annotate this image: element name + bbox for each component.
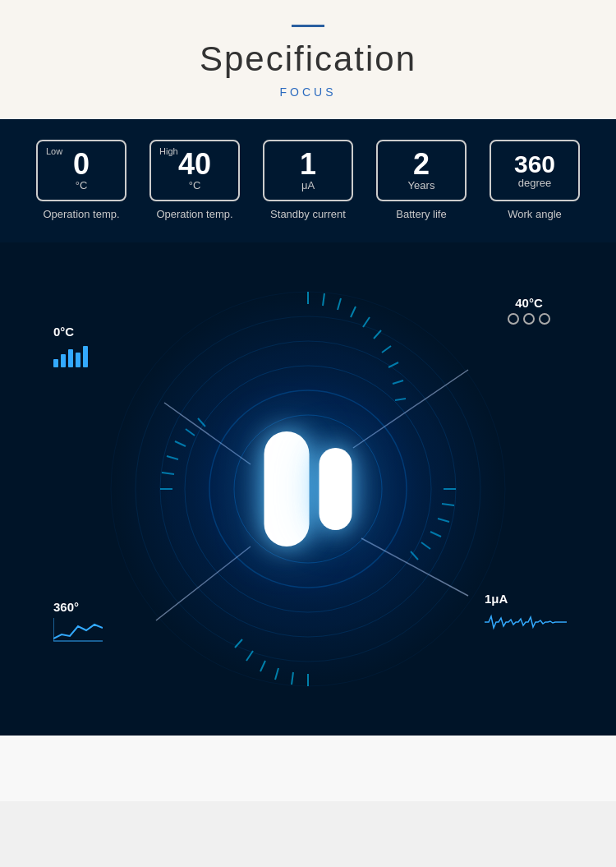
svg-line-21 xyxy=(411,551,418,560)
device-image xyxy=(264,431,352,546)
annotation-40c: 40°C xyxy=(508,296,550,325)
bar-1 xyxy=(53,359,58,367)
circle-2 xyxy=(523,313,535,325)
svg-line-29 xyxy=(292,672,293,685)
spec-desc-2: Standby current xyxy=(270,208,346,220)
svg-line-37 xyxy=(361,538,468,596)
svg-line-30 xyxy=(275,668,278,680)
annotation-1ua: 1μA xyxy=(485,592,567,637)
svg-line-32 xyxy=(246,651,253,661)
bottom-section xyxy=(0,736,616,801)
spec-desc-3: Battery life xyxy=(396,208,446,220)
spec-box-angle: 360 degree xyxy=(490,140,580,201)
annotation-40c-label: 40°C xyxy=(508,296,550,310)
spec-value-3: 2 xyxy=(413,150,430,179)
svg-line-19 xyxy=(430,532,441,537)
spec-unit-4: degree xyxy=(518,177,551,189)
svg-line-25 xyxy=(175,441,186,446)
svg-line-18 xyxy=(438,519,449,522)
spec-value-0: 0 xyxy=(73,150,90,179)
svg-line-36 xyxy=(156,546,251,620)
spec-desc-0: Operation temp. xyxy=(43,208,119,220)
spec-unit-3: Years xyxy=(408,179,435,191)
spec-box-battery: 2 Years xyxy=(376,140,467,201)
spec-desc-4: Work angle xyxy=(508,208,562,220)
wave-chart-icon xyxy=(485,610,567,634)
spec-value-2: 1 xyxy=(300,150,316,179)
annotation-0c: 0°C xyxy=(53,325,88,367)
svg-line-9 xyxy=(351,307,356,317)
svg-line-33 xyxy=(235,639,242,648)
spec-label-top-1: High xyxy=(159,146,178,156)
circle-3 xyxy=(539,313,550,325)
svg-line-27 xyxy=(198,418,205,427)
svg-line-20 xyxy=(421,542,430,549)
specs-row: Low 0 °C Operation temp. High 40 °C Oper… xyxy=(25,140,591,220)
page-subtitle: Focus xyxy=(16,85,600,99)
svg-line-15 xyxy=(395,399,406,400)
spec-item-standby: 1 μA Standby current xyxy=(263,140,353,220)
spec-desc-1: Operation temp. xyxy=(156,208,232,220)
specs-bar: Low 0 °C Operation temp. High 40 °C Oper… xyxy=(0,119,616,242)
line-chart-icon xyxy=(53,618,103,643)
spec-item-angle: 360 degree Work angle xyxy=(490,140,580,220)
bar-3 xyxy=(68,349,73,367)
circles-indicator xyxy=(508,313,550,325)
pill-large xyxy=(264,431,310,546)
svg-line-17 xyxy=(442,504,454,505)
spec-label-top-0: Low xyxy=(46,146,62,156)
main-visualization: 0°C 40°C 360° 1μA xyxy=(0,242,616,736)
annotation-1ua-label: 1μA xyxy=(485,592,567,606)
spec-item-low-temp: Low 0 °C Operation temp. xyxy=(36,140,126,220)
svg-line-13 xyxy=(388,362,398,367)
spec-item-battery: 2 Years Battery life xyxy=(376,140,467,220)
spec-value-4: 360 xyxy=(514,152,555,177)
svg-line-23 xyxy=(162,473,174,474)
svg-line-10 xyxy=(363,317,370,327)
annotation-0c-label: 0°C xyxy=(53,325,88,339)
bar-2 xyxy=(61,354,66,367)
svg-line-7 xyxy=(323,293,324,306)
spec-item-high-temp: High 40 °C Operation temp. xyxy=(149,140,240,220)
svg-line-8 xyxy=(338,298,341,310)
spec-box-standby: 1 μA xyxy=(263,140,353,201)
svg-line-31 xyxy=(260,661,265,671)
annotation-360-label: 360° xyxy=(53,600,103,614)
spec-value-1: 40 xyxy=(178,150,211,179)
page-title: Specification xyxy=(16,39,600,79)
spec-unit-0: °C xyxy=(76,179,88,191)
spec-unit-1: °C xyxy=(189,179,201,191)
bar-4 xyxy=(76,353,80,367)
bar-chart-icon xyxy=(53,343,88,367)
svg-line-35 xyxy=(353,370,468,448)
svg-line-34 xyxy=(164,403,251,464)
svg-line-11 xyxy=(374,330,381,339)
spec-box-low-temp: Low 0 °C xyxy=(36,140,126,201)
svg-line-12 xyxy=(382,346,391,353)
svg-line-14 xyxy=(393,380,403,384)
svg-line-26 xyxy=(186,429,195,436)
svg-line-24 xyxy=(167,456,178,459)
bar-5 xyxy=(83,346,88,367)
spec-unit-2: μA xyxy=(301,179,315,191)
circle-1 xyxy=(508,313,519,325)
annotation-360: 360° xyxy=(53,600,103,645)
header-section: Specification Focus xyxy=(0,0,616,119)
pill-small xyxy=(319,448,352,530)
spec-box-high-temp: High 40 °C xyxy=(149,140,240,201)
